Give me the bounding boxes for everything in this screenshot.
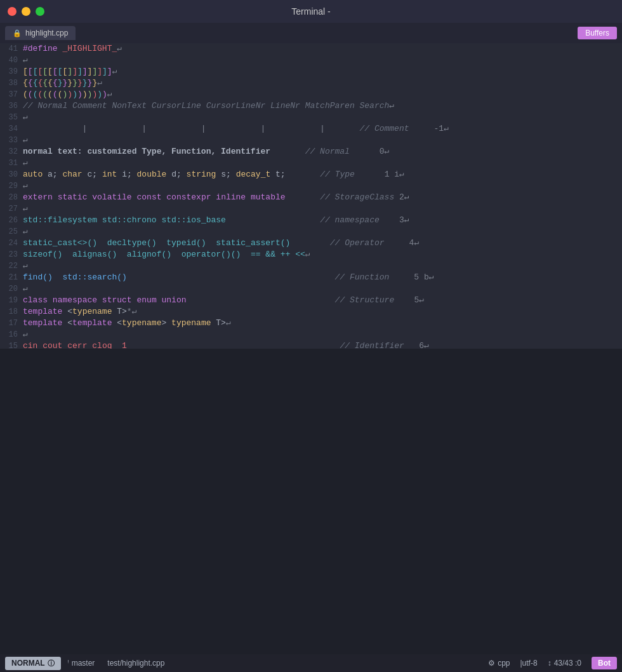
line-33: 33 ↵ [0, 135, 622, 146]
line-num-27: 27 [0, 205, 23, 213]
line-num-36: 36 [0, 102, 23, 111]
line-35: 35 ↵ [0, 112, 622, 123]
line-37: 37 (((((((()))))))))↵ [0, 89, 622, 100]
main-layout: Terminal - 🔒 highlight.cpp Buffers 41 #d… [0, 0, 622, 672]
line-num-33: 33 [0, 136, 23, 145]
line-num-18: 18 [0, 307, 23, 316]
mode-info-icon: ⓘ [48, 659, 55, 668]
line-num-15: 15 [0, 342, 23, 349]
branch-icon: ꜝ [67, 659, 69, 668]
lock-tab-icon: 🔒 [13, 29, 22, 37]
line-num-40: 40 [0, 56, 23, 65]
title-bar: Terminal - [0, 0, 622, 23]
line-num-28: 28 [0, 193, 23, 202]
line-27: 27 ↵ [0, 203, 622, 215]
line-num-20: 20 [0, 285, 23, 293]
line-17: 17 template <template <typename> typenam… [0, 318, 622, 329]
line-num-38: 38 [0, 79, 23, 88]
file-tab[interactable]: 🔒 highlight.cpp [5, 26, 76, 40]
line-num-16: 16 [0, 330, 23, 339]
line-num-31: 31 [0, 159, 23, 168]
gear-icon: ⚙ [488, 659, 495, 668]
line-30: 30 auto a; char c; int i; double d; stri… [0, 169, 622, 180]
line-num-34: 34 [0, 124, 23, 133]
line-num-21: 21 [0, 273, 23, 282]
line-content-38: {{{{{{{}}}}}}}}↵ [23, 77, 622, 89]
close-button[interactable] [8, 7, 17, 16]
line-18: 18 template <typename T>*↵ [0, 306, 622, 318]
line-num-39: 39 [0, 67, 23, 76]
line-content-33: ↵ [23, 135, 622, 146]
line-content-35: ↵ [23, 112, 622, 123]
status-branch: ꜝ master [61, 659, 102, 668]
line-34: 34 | | | | | // Comment -1↵ [0, 123, 622, 135]
line-41: 41 #define _HIGHLIGHT_↵ [0, 43, 622, 55]
line-15: 15 cin cout cerr clog _1 // Identifier 6… [0, 340, 622, 349]
line-22: 22 ↵ [0, 260, 622, 272]
line-num-19: 19 [0, 296, 23, 305]
editor-area: 41 #define _HIGHLIGHT_↵ 40 ↵ 39 [[[[[[[[… [0, 43, 622, 349]
line-num-26: 26 [0, 216, 23, 225]
line-content-31: ↵ [23, 158, 622, 169]
line-19: 19 class namespace struct enum union // … [0, 295, 622, 306]
line-content-37: (((((((()))))))))↵ [23, 89, 622, 100]
code-lines: 41 #define _HIGHLIGHT_↵ 40 ↵ 39 [[[[[[[[… [0, 43, 622, 349]
line-num-37: 37 [0, 90, 23, 99]
line-content-25: ↵ [23, 226, 622, 238]
branch-name: master [72, 659, 95, 668]
status-filetype: ⚙ cpp [488, 659, 510, 668]
line-21: 21 find() std::search() // Function 5 b↵ [0, 272, 622, 283]
empty-area [0, 349, 622, 654]
line-content-15: cin cout cerr clog _1 // Identifier 6↵ [23, 340, 622, 349]
tab-bar: 🔒 highlight.cpp Buffers [0, 23, 622, 43]
line-31: 31 ↵ [0, 158, 622, 169]
line-num-23: 23 [0, 250, 23, 259]
line-28: 28 extern static volatile const constexp… [0, 192, 622, 203]
line-26: 26 std::filesystem std::chrono std::ios_… [0, 215, 622, 226]
line-content-36: // Normal Comment NonText CursorLine Cur… [23, 100, 622, 112]
line-24: 24 static_cast<>() decltype() typeid() s… [0, 238, 622, 249]
line-num-32: 32 [0, 147, 23, 156]
line-40: 40 ↵ [0, 55, 622, 66]
buffers-button[interactable]: Buffers [578, 27, 617, 39]
status-right: ⚙ cpp |utf-8 ↕ 43/43 :0 Bot [488, 657, 617, 669]
line-num-25: 25 [0, 227, 23, 236]
line-content-26: std::filesystem std::chrono std::ios_bas… [23, 215, 622, 226]
minimize-button[interactable] [22, 7, 30, 16]
window-title: Terminal - [291, 6, 330, 17]
line-content-18: template <typename T>*↵ [23, 306, 622, 318]
line-content-32: normal text: customized Type, Function, … [23, 146, 622, 158]
line-25: 25 ↵ [0, 226, 622, 238]
line-39: 39 [[[[[[[[[]]]]]]]]]↵ [0, 66, 622, 77]
line-20: 20 ↵ [0, 283, 622, 295]
line-content-22: ↵ [23, 260, 622, 272]
line-content-40: ↵ [23, 55, 622, 66]
line-content-17: template <template <typename> typename T… [23, 318, 622, 329]
mode-label: NORMAL [11, 659, 45, 668]
maximize-button[interactable] [36, 7, 44, 16]
line-38: 38 {{{{{{{}}}}}}}}↵ [0, 77, 622, 89]
line-content-28: extern static volatile const constexpr i… [23, 192, 622, 203]
line-num-17: 17 [0, 319, 23, 328]
line-content-16: ↵ [23, 329, 622, 340]
status-file: test/highlight.cpp [101, 659, 171, 668]
status-encoding: |utf-8 [520, 659, 537, 668]
line-content-20: ↵ [23, 283, 622, 295]
line-content-27: ↵ [23, 203, 622, 215]
tab-filename: highlight.cpp [25, 29, 68, 37]
line-content-39: [[[[[[[[[]]]]]]]]]↵ [23, 66, 622, 77]
status-mode: NORMAL ⓘ [5, 657, 61, 670]
line-num-35: 35 [0, 113, 23, 122]
line-num-24: 24 [0, 239, 23, 248]
line-content-21: find() std::search() // Function 5 b↵ [23, 272, 622, 283]
lines-icon: ↕ [548, 659, 552, 668]
line-num-30: 30 [0, 170, 23, 179]
line-content-29: ↵ [23, 180, 622, 192]
line-36: 36 // Normal Comment NonText CursorLine … [0, 100, 622, 112]
line-32: 32 normal text: customized Type, Functio… [0, 146, 622, 158]
line-content-23: sizeof() alignas() alignof() operator()(… [23, 249, 622, 260]
line-29: 29 ↵ [0, 180, 622, 192]
line-num-41: 41 [0, 44, 23, 53]
line-num-22: 22 [0, 262, 23, 271]
filetype-label: cpp [498, 659, 510, 668]
